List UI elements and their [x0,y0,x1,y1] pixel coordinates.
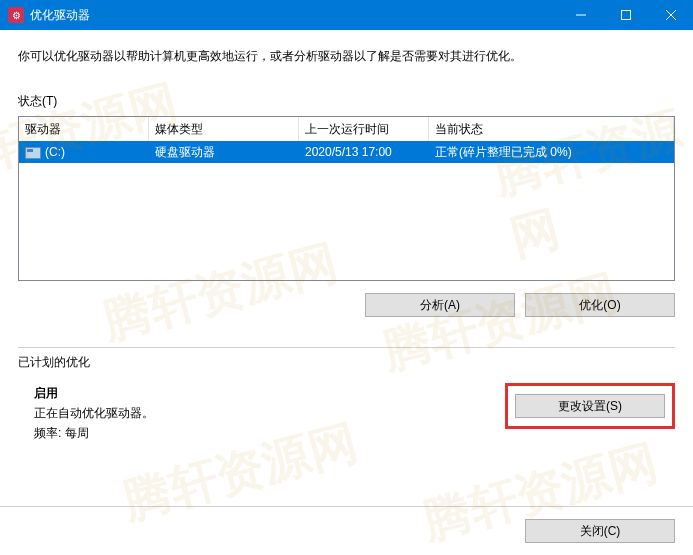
drive-name: (C:) [45,145,65,159]
close-button[interactable] [648,0,693,30]
app-icon: ⚙ [8,7,24,23]
window-title: 优化驱动器 [30,7,558,24]
maximize-button[interactable] [603,0,648,30]
title-bar: ⚙ 优化驱动器 [0,0,693,30]
scheduled-body: 启用 正在自动优化驱动器。 频率: 每周 更改设置(S) [18,383,675,443]
column-header-drive[interactable]: 驱动器 [19,117,149,141]
drive-media-cell: 硬盘驱动器 [149,144,299,161]
drive-icon [25,147,41,159]
minimize-button[interactable] [558,0,603,30]
scheduled-freq-text: 频率: 每周 [34,423,505,443]
change-settings-highlight: 更改设置(S) [505,383,675,429]
drives-header: 驱动器 媒体类型 上一次运行时间 当前状态 [19,117,674,141]
divider [18,347,675,348]
drive-name-cell: (C:) [19,145,149,159]
drive-lastrun-cell: 2020/5/13 17:00 [299,145,429,159]
scheduled-info: 启用 正在自动优化驱动器。 频率: 每周 [18,383,505,443]
drives-listview[interactable]: 驱动器 媒体类型 上一次运行时间 当前状态 (C:) 硬盘驱动器 2020/5/… [18,116,675,281]
change-settings-button[interactable]: 更改设置(S) [515,394,665,418]
optimize-button[interactable]: 优化(O) [525,293,675,317]
column-header-lastrun[interactable]: 上一次运行时间 [299,117,429,141]
action-buttons: 分析(A) 优化(O) [18,293,675,317]
main-content: 你可以优化驱动器以帮助计算机更高效地运行，或者分析驱动器以了解是否需要对其进行优… [0,30,693,443]
window-controls [558,0,693,30]
analyze-button[interactable]: 分析(A) [365,293,515,317]
scheduled-title: 已计划的优化 [18,354,675,371]
drive-row[interactable]: (C:) 硬盘驱动器 2020/5/13 17:00 正常(碎片整理已完成 0%… [19,141,674,163]
description-text: 你可以优化驱动器以帮助计算机更高效地运行，或者分析驱动器以了解是否需要对其进行优… [18,48,675,65]
close-dialog-button[interactable]: 关闭(C) [525,519,675,543]
status-label: 状态(T) [18,93,675,110]
scheduled-auto-text: 正在自动优化驱动器。 [34,403,505,423]
column-header-media[interactable]: 媒体类型 [149,117,299,141]
drive-status-cell: 正常(碎片整理已完成 0%) [429,144,674,161]
column-header-status[interactable]: 当前状态 [429,117,674,141]
svg-rect-1 [621,11,630,20]
footer: 关闭(C) [0,506,693,555]
scheduled-enabled-label: 启用 [34,383,505,403]
